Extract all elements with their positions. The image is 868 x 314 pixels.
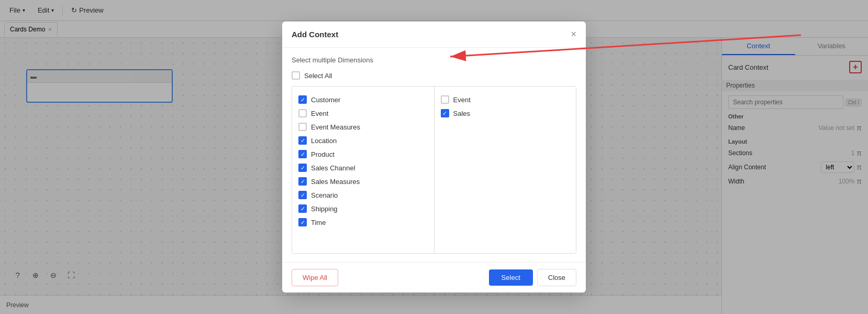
dim-checkbox-left-4[interactable] [298,150,307,158]
dim-item-left-7: Scenario [298,188,428,202]
dim-checkbox-right-1[interactable] [441,109,449,117]
dim-item-left-5: Sales Channel [298,161,428,175]
modal-body: Select multiple Dimensions Select All Cu… [282,48,586,262]
footer-right: Select Close [489,269,576,286]
dim-label-left-4: Product [311,150,335,158]
dim-label-left-2: Event Measures [311,123,360,131]
dim-checkbox-left-0[interactable] [298,95,307,104]
dimension-col-right: EventSales [435,86,576,253]
wipe-all-button[interactable]: Wipe All [292,269,338,286]
dimension-col-left: CustomerEventEvent MeasuresLocationProdu… [292,86,435,253]
dim-label-left-7: Scenario [311,191,338,199]
dim-label-right-1: Sales [453,110,471,117]
modal-close-button[interactable]: × [571,29,576,40]
dimensions-grid: CustomerEventEvent MeasuresLocationProdu… [292,86,576,254]
modal-subtitle: Select multiple Dimensions [292,56,576,64]
modal-footer: Wipe All Select Close [282,262,586,293]
dim-checkbox-right-0[interactable] [441,95,449,104]
dim-item-left-4: Product [298,147,428,161]
dim-checkbox-left-6[interactable] [298,177,307,186]
dim-checkbox-left-8[interactable] [298,204,307,213]
select-button[interactable]: Select [489,269,533,286]
modal-overlay: Add Context × Select multiple Dimensions… [0,0,868,314]
dim-label-left-0: Customer [311,96,340,104]
dim-checkbox-left-7[interactable] [298,191,307,199]
dim-item-left-9: Time [298,215,428,229]
add-context-modal: Add Context × Select multiple Dimensions… [282,21,586,293]
dim-checkbox-left-2[interactable] [298,123,307,131]
dim-checkbox-left-3[interactable] [298,136,307,145]
dim-checkbox-left-1[interactable] [298,109,307,117]
dim-item-left-0: Customer [298,93,428,106]
dim-item-left-1: Event [298,106,428,120]
dim-checkbox-left-5[interactable] [298,164,307,172]
dim-label-left-1: Event [311,110,328,117]
dim-label-left-5: Sales Channel [311,164,355,172]
dim-label-right-0: Event [453,96,471,104]
dim-label-left-6: Sales Measures [311,178,360,186]
dim-label-left-9: Time [311,219,326,226]
dim-item-left-2: Event Measures [298,120,428,134]
select-all-row: Select All [292,71,576,80]
modal-title: Add Context [292,30,338,39]
dim-label-left-3: Location [311,137,337,145]
dim-checkbox-left-9[interactable] [298,218,307,226]
select-all-label: Select All [304,72,332,80]
dim-label-left-8: Shipping [311,205,338,213]
dim-item-left-8: Shipping [298,202,428,215]
dim-item-right-0: Event [441,93,570,106]
modal-header: Add Context × [282,21,586,48]
dim-item-left-6: Sales Measures [298,175,428,188]
dim-item-left-3: Location [298,134,428,147]
select-all-checkbox[interactable] [292,71,300,80]
dim-item-right-1: Sales [441,106,570,120]
close-modal-button[interactable]: Close [537,269,576,286]
